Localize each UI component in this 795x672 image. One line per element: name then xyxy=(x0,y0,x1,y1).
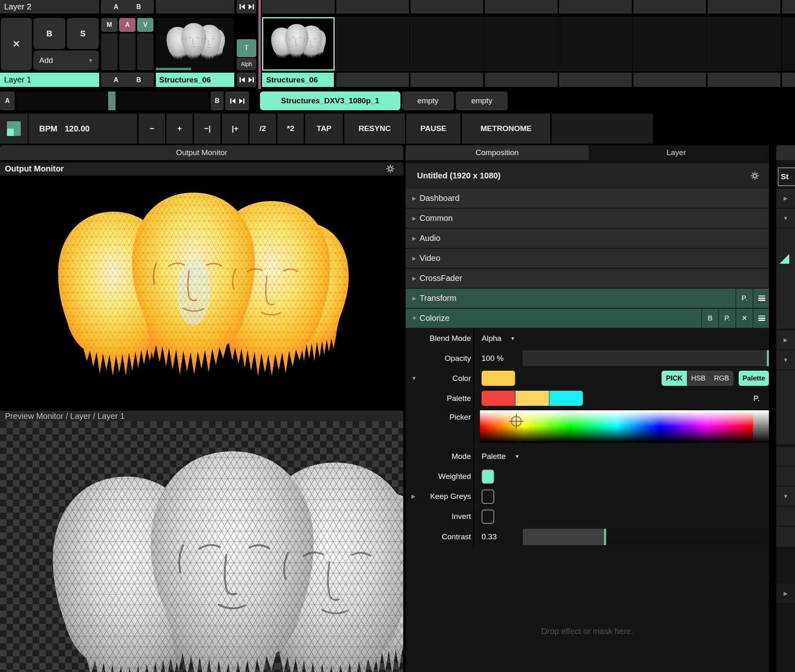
chevron-down-icon[interactable]: ▼ xyxy=(409,315,420,321)
preset-button[interactable]: P. xyxy=(735,289,753,308)
chevron-right-icon[interactable]: ▶ xyxy=(409,195,420,201)
section-crossfader[interactable]: ▶ CrossFader xyxy=(406,269,769,288)
weighted-checkbox[interactable] xyxy=(482,470,494,484)
video-toggle[interactable]: V xyxy=(137,18,153,32)
output-monitor-view[interactable] xyxy=(0,176,403,411)
bpm-half-button[interactable]: /2 xyxy=(250,113,276,144)
clip-slot[interactable] xyxy=(336,17,409,71)
clip-label-empty[interactable] xyxy=(559,73,632,87)
effect-close-button[interactable]: ✕ xyxy=(735,309,753,328)
grayscale-picker[interactable] xyxy=(753,410,769,443)
hsb-tab[interactable]: HSB xyxy=(687,371,710,386)
effect-transform-header[interactable]: ▶ Transform P. xyxy=(406,289,769,308)
clip-slot-header[interactable] xyxy=(485,0,557,13)
section-video[interactable]: ▶ Video xyxy=(406,249,769,268)
pick-tab[interactable]: PICK xyxy=(662,371,687,386)
layer2-b-button[interactable]: B xyxy=(136,3,141,11)
clip-label-empty[interactable] xyxy=(708,73,780,87)
layer1-b-button[interactable]: B xyxy=(136,76,141,84)
clip-slot[interactable] xyxy=(782,17,795,71)
empty-clip-button[interactable]: empty xyxy=(456,91,508,110)
side-row-collapsed[interactable]: ▶ xyxy=(776,584,795,603)
clip-slot-header[interactable] xyxy=(782,0,795,13)
effect-drop-zone[interactable]: Drop effect or mask here. xyxy=(406,594,769,668)
layer-blend-dropdown[interactable]: Add ▼ xyxy=(33,51,99,70)
mute-toggle[interactable]: M xyxy=(101,18,118,32)
effect-bypass-button[interactable]: B xyxy=(701,309,718,328)
video-fader[interactable] xyxy=(137,33,153,70)
clip-label-empty[interactable] xyxy=(782,73,795,87)
palette-swatch-cyan[interactable] xyxy=(549,391,583,406)
preview-monitor-view[interactable] xyxy=(0,421,403,672)
mute-fader[interactable] xyxy=(101,33,118,70)
contrast-value[interactable]: 0.33 xyxy=(482,527,497,547)
picker-cursor[interactable] xyxy=(511,416,522,427)
side-row-collapsed[interactable]: ▶ xyxy=(776,330,795,349)
color-picker-gradient[interactable] xyxy=(480,410,753,443)
active-clip-cell[interactable] xyxy=(262,17,335,71)
layer-bypass-button[interactable]: B xyxy=(33,18,65,49)
opacity-value[interactable]: 100 % xyxy=(482,349,504,368)
layer1-header[interactable]: Layer 1 xyxy=(0,73,99,87)
blend-mode-dropdown[interactable]: Alpha ▼ xyxy=(482,329,515,348)
beat-nudge-up-button[interactable]: |+ xyxy=(222,113,248,144)
color-swatch[interactable] xyxy=(482,371,515,386)
effect-colorize-header[interactable]: ▼ Colorize B P. ✕ xyxy=(406,309,769,328)
tap-button[interactable]: TAP xyxy=(305,113,343,144)
section-audio[interactable]: ▶ Audio xyxy=(406,229,769,248)
side-row-expanded-green[interactable]: ▼ xyxy=(776,487,795,506)
composition-transport[interactable] xyxy=(225,91,249,110)
bpm-value[interactable]: 120.00 xyxy=(64,124,89,134)
layer2-header[interactable]: Layer 2 xyxy=(0,0,99,13)
bpm-sync-cell[interactable] xyxy=(0,113,28,144)
chevron-right-icon[interactable]: ▶ xyxy=(409,275,420,281)
alpha-blend-button[interactable]: Alph xyxy=(237,58,256,70)
clip-slot-header[interactable] xyxy=(559,0,632,13)
palette-swatch-yellow[interactable] xyxy=(515,391,549,406)
effect-menu-button[interactable] xyxy=(753,289,770,308)
output-monitor-tab[interactable]: Output Monitor xyxy=(0,145,403,160)
section-dashboard[interactable]: ▶ Dashboard xyxy=(406,189,769,208)
preset-button[interactable]: P. xyxy=(718,309,735,328)
crossfader-track[interactable] xyxy=(16,91,209,110)
audio-fader[interactable] xyxy=(119,33,135,70)
clip-slot-header[interactable] xyxy=(633,0,706,13)
crossfader-handle[interactable] xyxy=(108,91,115,110)
active-clip-button[interactable]: Structures_DXV3_1080p_1 xyxy=(260,91,400,110)
resync-button[interactable]: RESYNC xyxy=(344,113,405,144)
section-common[interactable]: ▶ Common xyxy=(406,209,769,228)
opacity-slider-handle[interactable] xyxy=(767,350,769,366)
side-row-expanded[interactable]: ▼ xyxy=(776,209,795,228)
pause-button[interactable]: PAUSE xyxy=(406,113,460,144)
clip-slot[interactable] xyxy=(708,17,780,71)
layer2-a-button[interactable]: A xyxy=(113,3,118,11)
contrast-slider-handle[interactable] xyxy=(604,529,606,545)
layer1-a-button[interactable]: A xyxy=(113,76,118,84)
palette-preset-button[interactable]: P. xyxy=(753,389,760,408)
layer1-transport[interactable] xyxy=(237,73,256,87)
layer-clip-thumbnail[interactable] xyxy=(156,18,234,70)
empty-clip-button[interactable]: empty xyxy=(402,91,454,110)
gear-icon[interactable] xyxy=(386,164,395,174)
keep-greys-checkbox[interactable] xyxy=(482,490,494,504)
audio-toggle[interactable]: A xyxy=(119,18,135,32)
layer-close-button[interactable]: ✕ xyxy=(1,18,32,70)
effect-menu-button[interactable] xyxy=(753,309,770,328)
chevron-right-icon[interactable]: ▶ xyxy=(409,215,420,221)
palette-tab[interactable]: Palette xyxy=(739,371,769,386)
rgb-tab[interactable]: RGB xyxy=(710,371,733,386)
contrast-slider[interactable] xyxy=(523,529,769,545)
clip-slot[interactable] xyxy=(633,17,706,71)
trigger-style-button[interactable]: T xyxy=(237,39,256,57)
clip-slot[interactable] xyxy=(559,17,632,71)
layer-clip-label[interactable]: Structures_06 xyxy=(156,73,234,87)
clip-label-empty[interactable] xyxy=(336,73,409,87)
clip-label-empty[interactable] xyxy=(411,73,483,87)
crossfader-a-button[interactable]: A xyxy=(0,91,15,110)
palette-swatch-red[interactable] xyxy=(482,391,515,406)
bpm-double-button[interactable]: *2 xyxy=(278,113,304,144)
side-clip-name-box[interactable]: St xyxy=(778,167,795,186)
deck-divider[interactable] xyxy=(258,0,261,89)
bpm-plus-button[interactable]: + xyxy=(167,113,193,144)
invert-checkbox[interactable] xyxy=(482,510,494,524)
